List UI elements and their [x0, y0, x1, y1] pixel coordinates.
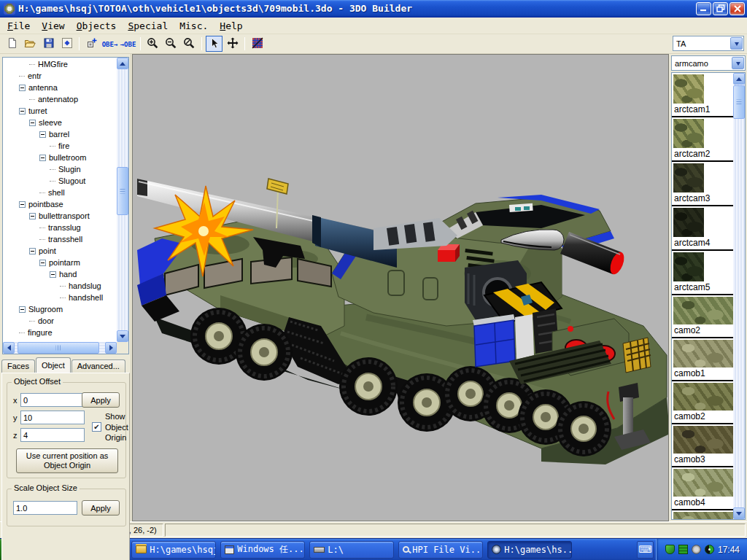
tree-horizontal-scrollbar[interactable]	[3, 342, 117, 354]
chevron-down-icon[interactable]	[730, 37, 743, 50]
zoom-out-button[interactable]	[163, 36, 179, 52]
tree-item-hmgfire[interactable]: HMGfire	[3, 58, 117, 70]
texture-mapper-button[interactable]	[249, 36, 266, 52]
pan-button[interactable]	[224, 36, 241, 52]
viewport-3d-model[interactable]	[133, 55, 668, 521]
x-offset-input[interactable]	[20, 393, 85, 407]
collapse-icon[interactable]	[19, 108, 26, 114]
collapse-icon[interactable]	[19, 306, 26, 313]
tab-object[interactable]: Object	[36, 357, 71, 373]
collapse-icon[interactable]	[39, 155, 46, 161]
tree-item-slugout[interactable]: Slugout	[3, 175, 117, 187]
volume-icon[interactable]	[692, 545, 701, 554]
grid-icon[interactable]	[678, 545, 688, 554]
tree-item-bulletroom[interactable]: bulletroom	[3, 152, 117, 163]
tree-item-antennatop[interactable]: antennatop	[3, 93, 117, 105]
task-button-3[interactable]: HPI File Vi...	[398, 541, 483, 559]
tree-item-turret[interactable]: turret	[3, 105, 117, 117]
texture-item-arctcam2[interactable]: arctcam2	[672, 117, 733, 162]
texture-item-arctcam5[interactable]: arctcam5	[672, 251, 733, 295]
scroll-left-button[interactable]	[3, 342, 15, 354]
tree-item-barrel[interactable]: barrel	[3, 128, 117, 140]
tree-item-pointbase[interactable]: pointbase	[3, 198, 117, 210]
task-button-4[interactable]: H:\games\hs...	[487, 541, 572, 559]
task-button-2[interactable]: L:\	[309, 541, 394, 559]
tree-item-fire[interactable]: fire	[3, 140, 117, 152]
texture-item-arctcam1[interactable]: arctcam1	[672, 73, 733, 117]
tree-item-pointarm[interactable]: pointarm	[3, 257, 117, 268]
minimize-button[interactable]	[696, 2, 711, 15]
texture-list[interactable]: arctcam1arctcam2arctcam3arctcam4arctcam5…	[671, 72, 746, 520]
show-origin-checkbox[interactable]	[92, 422, 101, 432]
viewport-3d[interactable]	[132, 54, 669, 521]
tree-item-transshell[interactable]: transshell	[3, 233, 117, 245]
texture-item-camob2[interactable]: camob2	[672, 381, 733, 424]
menu-file[interactable]: File	[1, 18, 36, 34]
new-button[interactable]	[4, 36, 20, 52]
tree-item-hand[interactable]: hand	[3, 268, 117, 280]
scroll-up-button[interactable]	[117, 58, 128, 69]
texture-item-camob4[interactable]: camob4	[672, 467, 733, 510]
menu-misc[interactable]: Misc.	[174, 18, 214, 34]
collapse-icon[interactable]	[39, 131, 46, 138]
tree-item-point[interactable]: point	[3, 245, 117, 257]
scroll-right-button[interactable]	[105, 342, 117, 354]
tree-item-antenna[interactable]: antenna	[3, 82, 117, 93]
tree-item-handslug[interactable]: handslug	[3, 280, 117, 292]
tree-item-bullettransport[interactable]: bullettransport	[3, 210, 117, 222]
y-offset-input[interactable]	[20, 411, 85, 424]
menu-help[interactable]: Help	[214, 18, 248, 34]
collapse-icon[interactable]	[29, 213, 36, 219]
tab-advanced[interactable]: Advanced...	[71, 359, 125, 373]
object-tree[interactable]: HMGfireentrantennaantennatopturretsleeve…	[2, 57, 129, 354]
tab-faces[interactable]: Faces	[1, 359, 35, 373]
scroll-up-button[interactable]	[733, 73, 745, 85]
texture-palette-combo[interactable]: TA	[673, 36, 744, 51]
use-position-button[interactable]: Use current position as Object Origin	[16, 448, 118, 473]
texture-set-combo[interactable]: armcamo	[671, 55, 746, 71]
scroll-down-button[interactable]	[117, 330, 128, 342]
save-button[interactable]	[40, 36, 57, 52]
task-button-1[interactable]: Windows 任...	[220, 541, 305, 559]
obe-forward-button[interactable]: OBE→	[101, 36, 118, 52]
tree-item-door[interactable]: door	[3, 315, 117, 327]
tree-item-slugroom[interactable]: Slugroom	[3, 303, 117, 315]
scroll-down-button[interactable]	[733, 508, 745, 519]
select-button[interactable]	[206, 36, 222, 52]
sync-icon[interactable]	[705, 545, 714, 554]
tree-vscroll-thumb[interactable]	[117, 167, 128, 215]
texture-scrollbar[interactable]	[733, 73, 745, 519]
zoom-in-button[interactable]	[144, 36, 161, 52]
task-button-0[interactable]: H:\games\hsqj	[131, 541, 216, 559]
menu-view[interactable]: View	[36, 18, 70, 34]
collapse-icon[interactable]	[29, 248, 36, 254]
tree-item-sleeve[interactable]: sleeve	[3, 117, 117, 128]
texture-scroll-thumb[interactable]	[733, 85, 745, 119]
shield-icon[interactable]	[665, 545, 675, 554]
gold-crate[interactable]	[623, 338, 651, 373]
language-bar-button[interactable]: ⌨	[637, 541, 654, 559]
close-button[interactable]	[729, 2, 745, 15]
tree-item-handshell[interactable]: handshell	[3, 292, 117, 303]
scale-input[interactable]	[13, 501, 77, 515]
texture-item-camob3[interactable]: camob3	[672, 424, 733, 467]
restore-button[interactable]	[713, 2, 728, 15]
scale-apply-button[interactable]: Apply	[82, 500, 120, 516]
texture-item-arctcam4[interactable]: arctcam4	[672, 206, 733, 251]
menu-special[interactable]: Special	[122, 18, 174, 34]
chevron-down-icon[interactable]	[732, 57, 744, 69]
menu-objects[interactable]: Objects	[71, 18, 123, 34]
tree-hscroll-thumb[interactable]	[18, 342, 99, 354]
texture-item-arctcam3[interactable]: arctcam3	[672, 162, 733, 206]
collapse-icon[interactable]	[50, 271, 56, 278]
texture-item-camo2[interactable]: camo2	[672, 295, 733, 338]
tree-vertical-scrollbar[interactable]	[117, 58, 128, 342]
collapse-icon[interactable]	[29, 120, 36, 126]
tree-item-transslug[interactable]: transslug	[3, 222, 117, 233]
open-button[interactable]	[22, 36, 39, 52]
texture-item-partial[interactable]	[672, 510, 733, 519]
tree-item-fingure[interactable]: fingure	[3, 327, 117, 338]
obe-back-button[interactable]: →OBE	[120, 36, 136, 52]
collapse-icon[interactable]	[39, 260, 46, 266]
add-point-button[interactable]	[83, 36, 100, 52]
